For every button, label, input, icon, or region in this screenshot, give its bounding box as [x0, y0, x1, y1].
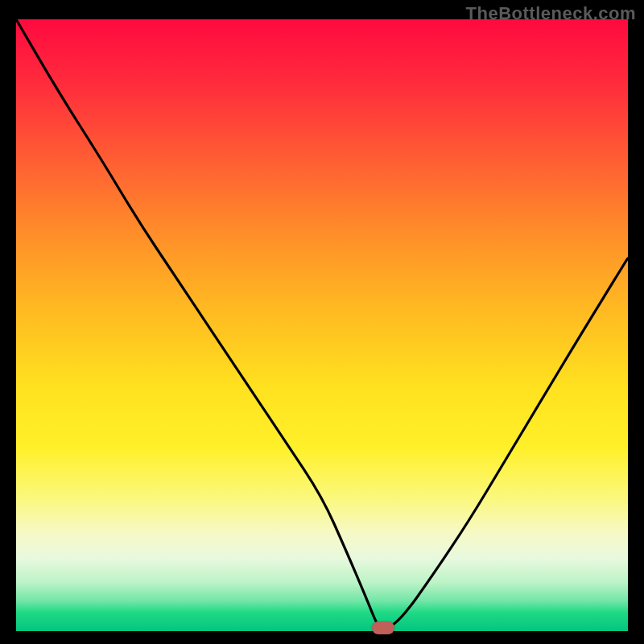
optimal-point-marker	[372, 621, 394, 634]
bottleneck-curve	[16, 19, 628, 629]
curve-svg	[16, 19, 628, 631]
chart-frame: TheBottleneck.com	[0, 0, 644, 644]
plot-area	[16, 19, 628, 631]
